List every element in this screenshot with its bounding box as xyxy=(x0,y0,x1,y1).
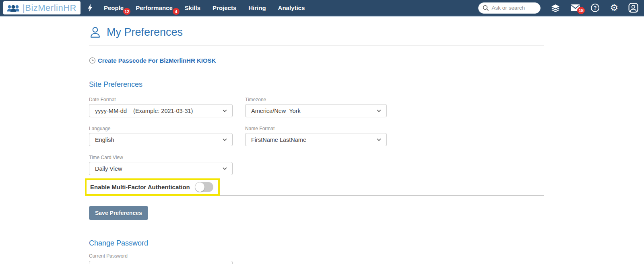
main-menu: People 12 Performance 4 Skills Projects … xyxy=(104,4,305,11)
date-format-select[interactable]: yyyy-MM-dd (Example: 2021-03-31) xyxy=(89,104,233,117)
language-label: Language xyxy=(89,126,233,131)
nav-item-performance[interactable]: Performance 4 xyxy=(136,4,173,11)
brand-name: |BizMerlinHR xyxy=(23,3,76,13)
change-password-heading: Change Password xyxy=(89,239,544,248)
language-value: English xyxy=(95,137,114,143)
site-preferences-heading: Site Preferences xyxy=(89,80,544,89)
navbar-right-cluster: 18 ? ⚙ xyxy=(478,2,638,14)
gear-icon[interactable]: ⚙ xyxy=(610,3,618,12)
create-passcode-link[interactable]: Create Passcode For BizMerlinHR KIOSK xyxy=(89,57,544,64)
mail-count-badge: 18 xyxy=(577,7,585,14)
current-password-input[interactable] xyxy=(89,261,233,264)
page-title-row: My Preferences xyxy=(89,26,544,39)
mfa-toggle-knob xyxy=(195,182,204,192)
mail-icon[interactable]: 18 xyxy=(570,4,580,12)
time-card-view-field: Time Card View Daily View xyxy=(89,155,233,175)
nav-item-people[interactable]: People 12 xyxy=(104,4,124,11)
site-preferences-form: Date Format yyyy-MM-dd (Example: 2021-03… xyxy=(89,97,544,175)
create-passcode-label: Create Passcode For BizMerlinHR KIOSK xyxy=(98,57,216,64)
main-content: My Preferences Create Passcode For BizMe… xyxy=(89,26,544,264)
date-format-field: Date Format yyyy-MM-dd (Example: 2021-03… xyxy=(89,97,233,117)
performance-count-badge: 4 xyxy=(173,8,180,15)
date-format-value: yyyy-MM-dd (Example: 2021-03-31) xyxy=(95,108,193,114)
user-icon xyxy=(89,26,101,39)
chevron-down-icon xyxy=(222,109,227,113)
mfa-label: Enable Multi-Factor Authentication xyxy=(90,184,190,190)
current-password-label: Current Password xyxy=(89,253,544,259)
flash-icon[interactable] xyxy=(87,3,93,13)
help-icon[interactable]: ? xyxy=(590,3,600,12)
timezone-label: Timezone xyxy=(245,97,387,102)
nav-item-projects[interactable]: Projects xyxy=(213,4,236,11)
name-format-label: Name Format xyxy=(245,126,387,131)
nav-item-label: Hiring xyxy=(248,4,266,11)
chevron-down-icon xyxy=(376,138,382,141)
name-format-select[interactable]: FirstName LastName xyxy=(245,133,387,146)
timezone-field: Timezone America/New_York xyxy=(245,97,387,117)
mfa-highlight-box: Enable Multi-Factor Authentication xyxy=(85,178,220,196)
layers-icon[interactable] xyxy=(551,3,560,13)
nav-item-label: People xyxy=(104,4,124,11)
top-navbar: |BizMerlinHR People 12 Performance 4 Ski… xyxy=(0,0,644,16)
chevron-down-icon xyxy=(222,167,227,170)
name-format-field: Name Format FirstName LastName xyxy=(245,126,387,146)
search-icon xyxy=(483,5,489,11)
nav-item-analytics[interactable]: Analytics xyxy=(278,4,305,11)
time-card-view-select[interactable]: Daily View xyxy=(89,162,233,175)
nav-item-label: Skills xyxy=(185,4,200,11)
title-divider xyxy=(89,45,544,45)
brand-logo[interactable]: |BizMerlinHR xyxy=(3,1,80,14)
timezone-select[interactable]: America/New_York xyxy=(245,104,387,117)
save-preferences-button[interactable]: Save Preferences xyxy=(89,206,148,220)
current-password-field: Current Password xyxy=(89,253,544,264)
nav-item-label: Analytics xyxy=(278,4,305,11)
mfa-row: Enable Multi-Factor Authentication xyxy=(89,178,544,196)
search-input[interactable] xyxy=(491,5,536,11)
mfa-toggle[interactable] xyxy=(195,182,213,192)
time-card-view-label: Time Card View xyxy=(89,155,233,160)
language-field: Language English xyxy=(89,126,233,146)
timezone-value: America/New_York xyxy=(251,108,301,114)
section-divider xyxy=(220,195,544,196)
people-count-badge: 12 xyxy=(123,8,130,15)
language-select[interactable]: English xyxy=(89,133,233,146)
clock-icon xyxy=(89,57,96,64)
people-group-icon xyxy=(6,3,20,13)
name-format-value: FirstName LastName xyxy=(251,137,306,143)
chevron-down-icon xyxy=(222,138,227,141)
search-box xyxy=(478,2,541,14)
chevron-down-icon xyxy=(376,109,382,113)
svg-text:?: ? xyxy=(594,5,597,11)
nav-item-hiring[interactable]: Hiring xyxy=(248,4,266,11)
time-card-view-value: Daily View xyxy=(95,166,122,172)
page-title: My Preferences xyxy=(107,26,183,39)
nav-item-label: Performance xyxy=(136,4,173,11)
avatar-icon[interactable] xyxy=(628,3,638,13)
date-format-label: Date Format xyxy=(89,97,233,102)
nav-item-skills[interactable]: Skills xyxy=(185,4,200,11)
nav-item-label: Projects xyxy=(213,4,236,11)
